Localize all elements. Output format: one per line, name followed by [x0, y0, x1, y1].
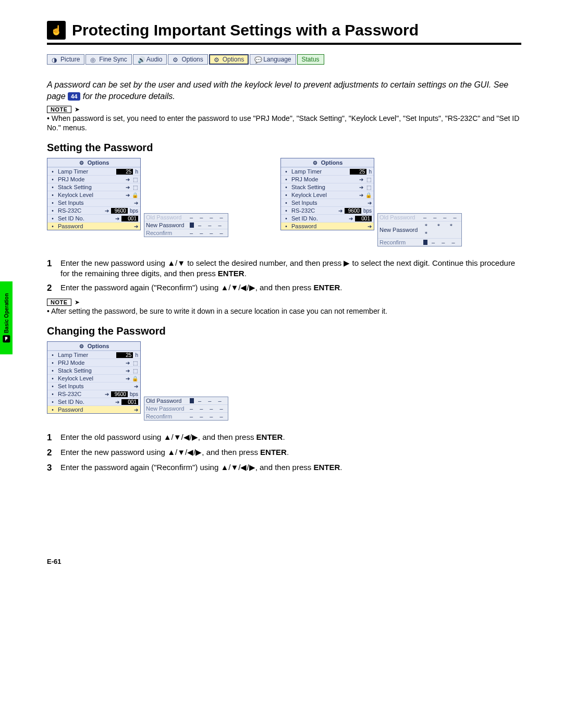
step: 1Enter the new password using ▲/▼ to sel… [47, 258, 521, 279]
tab-picture[interactable]: ◑Picture [47, 54, 84, 65]
gear-icon: ⚙ [312, 159, 319, 166]
arrow-right-icon: ➔ [126, 376, 130, 381]
osd-row-set-id-no-[interactable]: •Set ID No.➔001 [47, 214, 140, 222]
osd-row-rs-232c[interactable]: •RS-232C➔9600bps [47, 206, 140, 214]
screen-icon: • [50, 176, 56, 182]
osd-row-set-id-no-[interactable]: •Set ID No.➔001 [281, 214, 374, 222]
osd-row-password[interactable]: •Password➔ [47, 405, 140, 413]
osd-row-lamp-timer[interactable]: •Lamp Timer25h [281, 167, 374, 175]
osd-row-rs-232c[interactable]: •RS-232C➔9600bps [281, 206, 374, 214]
steps-changing: 1Enter the old password using ▲/▼/◀/▶, a… [47, 432, 521, 474]
lock-icon: • [50, 375, 56, 381]
osd-row-set-inputs[interactable]: •Set Inputs➔ [47, 199, 140, 206]
screen-icon: • [283, 176, 289, 182]
tab-icon: ◑ [52, 56, 58, 63]
step-number: 2 [47, 447, 55, 459]
osd-row-lamp-timer[interactable]: •Lamp Timer25h [47, 351, 140, 359]
note-tag: NOTE [47, 299, 71, 306]
stack-icon: • [283, 184, 289, 190]
tab-language[interactable]: 💬Language [250, 54, 296, 65]
glyph-icon: ⬚ [365, 184, 372, 190]
password-entry-panel-c: Old Password – – –New Password– – – –Rec… [144, 397, 228, 421]
menu-tabs: ◑Picture◎Fine Sync🔊Audio⚙Options⚙Options… [47, 54, 521, 65]
page-title: ☝ Protecting Important Settings with a P… [47, 21, 521, 40]
osd-row-set-inputs[interactable]: •Set Inputs➔ [47, 382, 140, 390]
osd-title: ⚙Options [47, 342, 140, 351]
tab-status[interactable]: Status [297, 54, 324, 65]
osd-row-prj-mode[interactable]: •PRJ Mode➔⬚ [47, 359, 140, 366]
port-icon: • [50, 391, 56, 397]
title-rule [47, 43, 521, 45]
tab-icon: ◎ [90, 56, 96, 63]
osd-options-panel: ⚙Options•Lamp Timer25h•PRJ Mode➔⬚•Stack … [280, 158, 374, 230]
step-number: 1 [47, 432, 55, 444]
step-number: 3 [47, 462, 55, 474]
tab-audio[interactable]: 🔊Audio [133, 54, 167, 65]
arrow-right-icon: ➔ [105, 391, 109, 397]
osd-row-prj-mode[interactable]: •PRJ Mode➔⬚ [281, 175, 374, 183]
osd-row-keylock-level[interactable]: •Keylock Level➔🔒 [47, 374, 140, 382]
gear-icon: ⚙ [79, 159, 85, 166]
password-icon: ☝ [47, 21, 66, 40]
pw-row-old-password: Old Password– – – – [144, 214, 228, 221]
osd-row-lamp-timer[interactable]: •Lamp Timer25h [47, 167, 140, 175]
inputs-icon: • [50, 383, 56, 389]
arrow-right-icon: ➔ [368, 200, 372, 206]
arrow-right-icon: ➔ [115, 399, 119, 405]
password-entry-panel-b: Old Password– – – –New Password＊ ＊ ＊ ＊Re… [377, 213, 462, 246]
osd-options-panel: ⚙Options•Lamp Timer25h•PRJ Mode➔⬚•Stack … [47, 158, 141, 230]
steps-setting: 1Enter the new password using ▲/▼ to sel… [47, 258, 521, 294]
note-arrow-icon: ➤ [75, 299, 80, 306]
arrow-right-icon: ➔ [126, 177, 130, 182]
id-icon: • [50, 399, 56, 405]
arrow-right-icon: ➔ [359, 177, 363, 182]
arrow-right-icon: ➔ [359, 184, 363, 190]
osd-row-keylock-level[interactable]: •Keylock Level➔🔒 [47, 191, 140, 199]
osd-row-stack-setting[interactable]: •Stack Setting➔⬚ [47, 183, 140, 191]
tab-icon: ⚙ [173, 56, 179, 63]
glyph-icon: ⬚ [132, 367, 138, 374]
pw-row-reconfirm: Reconfirm – – – [378, 238, 461, 246]
tab-options[interactable]: ⚙Options [168, 54, 207, 65]
lock-icon: • [283, 192, 289, 198]
glyph-icon: ⬚ [132, 184, 138, 190]
osd-row-keylock-level[interactable]: •Keylock Level➔🔒 [281, 191, 374, 199]
arrow-right-icon: ➔ [126, 368, 130, 374]
arrow-right-icon: ➔ [126, 192, 130, 198]
pw-row-reconfirm: Reconfirm– – – – [144, 229, 228, 237]
screen-icon: • [50, 360, 56, 366]
lock-icon: • [50, 192, 56, 198]
osd-row-stack-setting[interactable]: •Stack Setting➔⬚ [47, 366, 140, 374]
page-ref-badge: 44 [68, 92, 80, 101]
osd-row-set-id-no-[interactable]: •Set ID No.➔001 [47, 398, 140, 405]
arrow-right-icon: ➔ [368, 224, 372, 229]
pw-row-old-password: Old Password – – – [144, 397, 228, 404]
osd-row-password[interactable]: •Password➔ [281, 222, 374, 230]
glyph-icon: ⬚ [365, 176, 372, 182]
section-changing-password: Changing the Password [47, 325, 521, 337]
arrow-right-icon: ➔ [349, 216, 353, 221]
pw-row-old-password: Old Password– – – – [378, 214, 461, 221]
arrow-right-icon: ➔ [338, 208, 342, 214]
pw-row-reconfirm: Reconfirm– – – – [144, 412, 228, 420]
tab-icon: ⚙ [214, 56, 220, 63]
tab-fine-sync[interactable]: ◎Fine Sync [85, 54, 131, 65]
osd-row-set-inputs[interactable]: •Set Inputs➔ [281, 199, 374, 206]
osd-row-password[interactable]: •Password➔ [47, 222, 140, 230]
tab-icon: 🔊 [138, 56, 144, 63]
arrow-right-icon: ➔ [134, 384, 138, 389]
pw-row-new-password: New Password – – – [144, 221, 228, 229]
lamp-icon: • [283, 168, 289, 175]
note-body: When password is set, you need to enter … [47, 114, 521, 132]
osd-row-prj-mode[interactable]: •PRJ Mode➔⬚ [47, 175, 140, 183]
tab-options[interactable]: ⚙Options [209, 54, 249, 65]
arrow-right-icon: ➔ [134, 407, 138, 413]
cursor-icon [423, 240, 427, 245]
glyph-icon: 🔒 [365, 192, 372, 198]
pw-row-new-password: New Password＊ ＊ ＊ ＊ [378, 221, 461, 238]
port-icon: • [283, 207, 289, 214]
osd-row-rs-232c[interactable]: •RS-232C➔9600bps [47, 390, 140, 398]
osd-row-stack-setting[interactable]: •Stack Setting➔⬚ [281, 183, 374, 191]
step: 2Enter the new password using ▲/▼/◀/▶, a… [47, 447, 521, 459]
changing-panel: ⚙Options•Lamp Timer25h•PRJ Mode➔⬚•Stack … [47, 341, 228, 421]
